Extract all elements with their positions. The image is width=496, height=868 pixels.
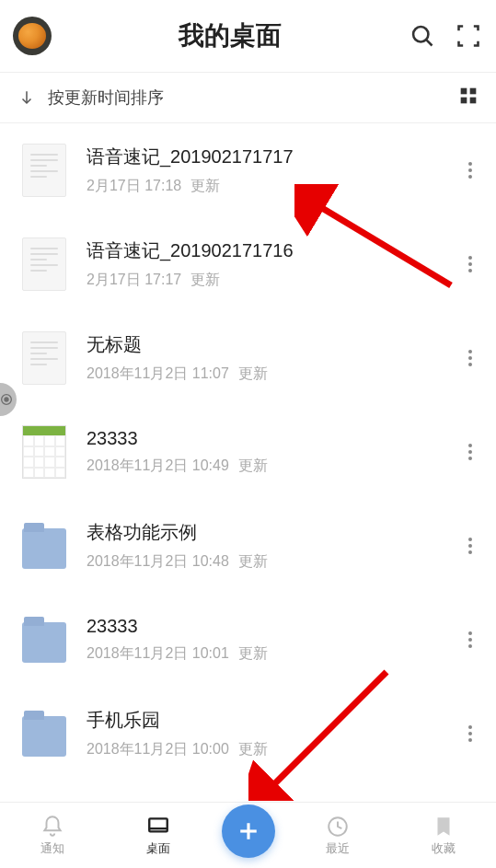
file-title: 语音速记_201902171717 <box>87 145 437 169</box>
file-title: 23333 <box>87 616 437 637</box>
sort-button[interactable]: 按更新时间排序 <box>18 87 164 109</box>
folder-icon <box>22 528 66 569</box>
file-suffix: 更新 <box>238 457 268 476</box>
file-icon <box>22 144 66 197</box>
svg-point-10 <box>468 256 472 260</box>
file-info: 无标题 2018年11月2日 11:07 更新 <box>87 332 437 384</box>
file-suffix: 更新 <box>238 644 268 664</box>
file-info: 表格功能示例 2018年11月2日 10:48 更新 <box>87 520 437 572</box>
file-row[interactable]: 23333 2018年11月2日 10:49 更新 <box>0 405 496 499</box>
page-title: 我的桌面 <box>52 18 408 53</box>
file-title: 表格功能示例 <box>87 520 437 545</box>
file-row[interactable]: 语音速记_201902171716 2月17日 17:17 更新 <box>0 217 496 311</box>
file-suffix: 更新 <box>190 177 220 196</box>
file-meta: 2018年11月2日 10:48 更新 <box>87 552 437 572</box>
file-date: 2018年11月2日 10:48 <box>87 552 229 572</box>
svg-point-22 <box>468 631 472 635</box>
svg-point-8 <box>468 168 472 172</box>
file-row[interactable]: 表格功能示例 2018年11月2日 10:48 更新 <box>0 499 496 593</box>
file-date: 2018年11月2日 10:01 <box>87 644 229 664</box>
nav-desktop[interactable]: 桌面 <box>106 815 212 857</box>
document-icon <box>22 331 66 385</box>
plus-icon <box>235 817 262 845</box>
arrow-down-icon <box>18 89 35 106</box>
desktop-icon <box>146 815 170 839</box>
more-icon[interactable] <box>457 725 483 742</box>
file-row[interactable]: 手机乐园 2018年11月2日 10:00 更新 <box>0 687 496 781</box>
file-title: 无标题 <box>87 332 437 357</box>
nav-notifications[interactable]: 通知 <box>0 815 106 857</box>
more-icon[interactable] <box>457 162 483 179</box>
file-date: 2018年11月2日 10:49 <box>87 457 229 476</box>
file-date: 2018年11月2日 11:07 <box>87 365 229 384</box>
svg-point-21 <box>468 550 472 554</box>
scan-icon[interactable] <box>454 21 483 51</box>
svg-point-16 <box>468 444 472 447</box>
avatar[interactable] <box>13 17 52 55</box>
file-list: 语音速记_201902171717 2月17日 17:18 更新 语音速记_20… <box>0 123 496 802</box>
svg-point-29 <box>5 398 8 401</box>
file-icon <box>22 331 66 385</box>
nav-recent[interactable]: 最近 <box>285 815 391 857</box>
view-toggle-icon[interactable] <box>459 87 478 109</box>
svg-point-11 <box>468 262 472 266</box>
file-row[interactable]: 无标题 2018年11月2日 11:07 更新 <box>0 311 496 405</box>
file-row[interactable]: 语音速记_201902171717 2月17日 17:18 更新 <box>0 123 496 217</box>
file-icon <box>22 425 66 479</box>
header: 我的桌面 <box>0 0 496 72</box>
svg-point-27 <box>468 738 472 742</box>
svg-point-23 <box>468 638 472 642</box>
document-icon <box>22 237 66 291</box>
file-title: 手机乐园 <box>87 708 437 733</box>
bookmark-icon <box>432 815 456 839</box>
file-suffix: 更新 <box>238 740 268 759</box>
svg-rect-4 <box>470 88 477 95</box>
bottom-nav: 通知 桌面 最近 收藏 <box>0 802 496 868</box>
svg-rect-5 <box>461 98 467 104</box>
sort-label: 按更新时间排序 <box>48 87 164 109</box>
file-meta: 2月17日 17:17 更新 <box>87 271 437 290</box>
svg-point-24 <box>468 644 472 648</box>
more-icon[interactable] <box>457 256 483 272</box>
more-icon[interactable] <box>457 538 483 554</box>
more-icon[interactable] <box>457 631 483 648</box>
svg-point-13 <box>468 350 472 353</box>
svg-point-7 <box>468 162 472 166</box>
file-date: 2月17日 17:18 <box>87 177 181 196</box>
svg-point-0 <box>413 27 428 41</box>
file-info: 23333 2018年11月2日 10:49 更新 <box>87 428 437 476</box>
svg-point-15 <box>468 363 472 366</box>
nav-label: 最近 <box>326 840 350 857</box>
file-meta: 2018年11月2日 11:07 更新 <box>87 365 437 384</box>
search-icon[interactable] <box>408 21 437 51</box>
file-row[interactable]: 23333 2018年11月2日 10:01 更新 <box>0 593 496 687</box>
file-icon <box>22 237 66 291</box>
svg-line-1 <box>427 41 433 46</box>
more-icon[interactable] <box>457 350 483 366</box>
file-suffix: 更新 <box>190 271 220 290</box>
nav-label: 桌面 <box>146 840 170 857</box>
file-date: 2月17日 17:17 <box>87 271 181 290</box>
folder-icon <box>22 622 66 663</box>
document-icon <box>22 144 66 197</box>
file-info: 语音速记_201902171717 2月17日 17:18 更新 <box>87 145 437 196</box>
svg-rect-3 <box>461 88 467 95</box>
file-title: 语音速记_201902171716 <box>87 238 437 263</box>
file-icon <box>22 613 66 666</box>
spreadsheet-icon <box>22 425 66 479</box>
svg-point-19 <box>468 538 472 541</box>
more-icon[interactable] <box>457 444 483 460</box>
file-title: 23333 <box>87 428 437 449</box>
svg-point-9 <box>468 175 472 179</box>
svg-point-26 <box>468 732 472 735</box>
file-meta: 2018年11月2日 10:49 更新 <box>87 457 437 476</box>
nav-add[interactable] <box>212 814 285 858</box>
file-info: 手机乐园 2018年11月2日 10:00 更新 <box>87 708 437 759</box>
nav-label: 收藏 <box>432 840 456 857</box>
add-button[interactable] <box>222 804 275 858</box>
file-icon <box>22 519 66 573</box>
file-meta: 2018年11月2日 10:00 更新 <box>87 740 437 759</box>
sort-bar: 按更新时间排序 <box>0 72 496 123</box>
file-meta: 2018年11月2日 10:01 更新 <box>87 644 437 664</box>
nav-favorites[interactable]: 收藏 <box>390 815 496 857</box>
